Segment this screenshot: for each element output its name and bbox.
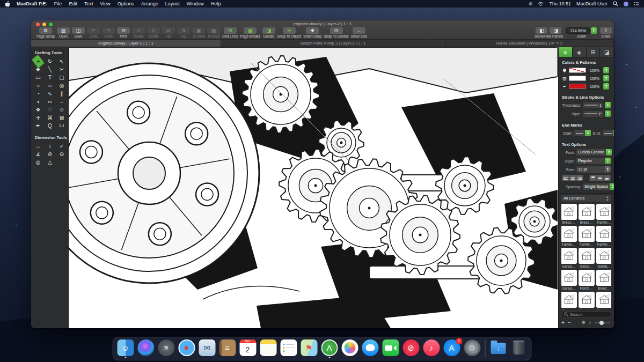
attributes-tab[interactable]: ≡ (559, 47, 573, 57)
dock-app-store-icon[interactable]: A2 (443, 338, 460, 359)
pattern-color-swatch[interactable] (569, 76, 586, 81)
zoom-stepper[interactable] (591, 27, 597, 34)
library-item[interactable]: Breez… (561, 204, 577, 224)
zoom-window-button[interactable] (49, 23, 53, 26)
move-tool[interactable]: ✛ (33, 114, 43, 122)
stroke-color-swatch[interactable] (569, 84, 586, 89)
dock-launchpad-icon[interactable]: ✈ (158, 338, 175, 359)
drawing-canvas[interactable] (69, 47, 558, 328)
line-style-slider[interactable]: P (583, 111, 603, 117)
pattern-tool[interactable]: ❖ (33, 106, 43, 114)
document-tab-2[interactable]: Swash Plate Pump 2 | Layer-2 | 1 : 1 (221, 40, 445, 47)
contacts-app-icon[interactable]: ≡ (219, 339, 236, 356)
fill-opacity-stepper[interactable] (603, 67, 609, 73)
facetime-app-icon[interactable] (382, 339, 399, 356)
rectangle-tool[interactable]: ▭ (33, 73, 43, 82)
news-app-icon[interactable]: ⊘ (402, 339, 419, 356)
dock-macdraft-icon[interactable]: Λ (321, 338, 338, 359)
library-thumbnail[interactable] (561, 204, 577, 220)
library-selector[interactable]: All Libraries ▲▼ (561, 195, 611, 202)
snap-to-object-button[interactable]: ✛Snap To Object (277, 27, 301, 38)
library-thumbnail[interactable] (579, 292, 595, 308)
library-thumbnail[interactable] (579, 226, 595, 242)
open-button[interactable]: ▥Open (57, 27, 70, 38)
rotate-tool[interactable]: ↻ (45, 57, 55, 65)
menu-view[interactable]: View (100, 1, 110, 6)
menu-window[interactable]: Window (187, 1, 204, 6)
closed-curve-tool[interactable]: ♡ (45, 106, 55, 114)
library-item[interactable]: Garag… (596, 248, 612, 268)
parallel-line-tool[interactable]: ∥ (56, 90, 67, 98)
siri-app-icon[interactable] (137, 339, 154, 356)
library-item[interactable]: Family… (579, 226, 595, 246)
dock-calendar-icon[interactable]: MAY2 (239, 338, 257, 359)
library-item[interactable]: Garag… (579, 248, 595, 268)
library-item[interactable]: Breez… (596, 270, 612, 290)
finder-app-icon[interactable]: ☺ (117, 339, 134, 356)
thickness-stepper[interactable] (605, 102, 611, 108)
font-style-dropdown[interactable]: Regular (576, 158, 611, 164)
library-item[interactable]: Family… (596, 204, 612, 224)
menu-layout[interactable]: Layout (165, 1, 180, 6)
freehand-curve-tool[interactable]: ∾ (45, 98, 55, 106)
calendar-app-icon[interactable]: MAY2 (239, 339, 256, 356)
thumbnail-size-slider[interactable] (595, 322, 610, 323)
line-tool[interactable]: ╲ (45, 65, 55, 73)
fill-opacity-value[interactable]: 100% (588, 68, 602, 73)
dock-reminders-icon[interactable] (280, 338, 297, 359)
notification-center-icon[interactable] (634, 2, 639, 6)
circle-radius-tool[interactable]: ◎ (56, 82, 67, 90)
library-thumbnail[interactable] (596, 270, 612, 286)
share-button[interactable]: ⇧ (600, 27, 612, 34)
dock-safari-icon[interactable]: ◆ (178, 338, 195, 359)
dock-maps-icon[interactable]: ⚑ (301, 338, 318, 359)
menu-macdraft-p-e-[interactable]: MacDraft P.E. (17, 1, 47, 6)
library-thumbnail[interactable] (561, 270, 577, 286)
downloads-app-icon[interactable]: ↓ (491, 343, 506, 354)
maps-app-icon[interactable]: ⚑ (301, 339, 317, 356)
messages-app-icon[interactable] (362, 339, 378, 356)
menu-user[interactable]: MacDraft User (576, 1, 608, 6)
menu-arrange[interactable]: Arrange (141, 1, 158, 6)
menu-help[interactable]: Help (211, 1, 221, 6)
library-item[interactable]: Family… (561, 226, 577, 246)
siri-icon[interactable] (624, 2, 628, 6)
dock-contacts-icon[interactable]: ≡ (219, 338, 236, 359)
library-thumbnail[interactable] (579, 270, 595, 286)
horizontal-alignment-control[interactable] (562, 175, 583, 181)
leader-dimension-tool[interactable]: ✓ (56, 142, 67, 150)
line-style-stepper[interactable] (605, 110, 611, 117)
resize-tool[interactable]: ↖ (56, 57, 67, 65)
library-item[interactable]: Family… (579, 292, 595, 309)
eyedropper-tool[interactable]: ✒ (33, 122, 43, 130)
library-search-input[interactable]: Search (561, 311, 611, 317)
library-item[interactable]: Porch… (579, 270, 595, 290)
layers-tab[interactable]: ◈ (573, 47, 587, 57)
add-library-item-button[interactable]: + (561, 320, 565, 326)
star-polygon-tool[interactable]: ✩ (56, 106, 67, 114)
info-tab[interactable]: ◪ (600, 47, 614, 57)
center-mark-tool[interactable]: ◎ (33, 158, 43, 166)
rounded-rectangle-tool[interactable]: ▢ (56, 73, 67, 82)
guides-button[interactable]: ◨Guides (262, 27, 275, 38)
pattern-opacity-value[interactable]: 100% (588, 76, 602, 82)
page-breaks-button[interactable]: ▦Page Breaks (240, 27, 260, 38)
thickness-slider[interactable]: 1 (583, 102, 603, 108)
angle-dimension-tool[interactable]: ∡ (33, 150, 43, 158)
notes-app-icon[interactable] (260, 339, 276, 356)
library-item[interactable]: Breez… (579, 204, 595, 224)
trash-app-icon[interactable] (513, 341, 525, 354)
minimize-window-button[interactable] (42, 23, 46, 26)
trim-tool[interactable]: ⊠ (56, 114, 67, 122)
wifi-icon[interactable] (538, 2, 544, 6)
dock-trash-icon[interactable] (510, 338, 528, 359)
dock-messages-icon[interactable] (362, 338, 379, 359)
menu-clock[interactable]: Thu 10:51 (549, 1, 571, 6)
arc-3point-tool[interactable]: ⌢ (56, 98, 67, 106)
library-thumbnail[interactable] (561, 292, 577, 308)
photos-app-icon[interactable] (341, 339, 358, 356)
diameter-dimension-tool[interactable]: ⊘ (45, 150, 55, 158)
grid-tab[interactable]: ⊞ (587, 47, 601, 57)
music-app-icon[interactable]: ♪ (423, 339, 440, 356)
fill-color-swatch[interactable] (569, 68, 586, 73)
